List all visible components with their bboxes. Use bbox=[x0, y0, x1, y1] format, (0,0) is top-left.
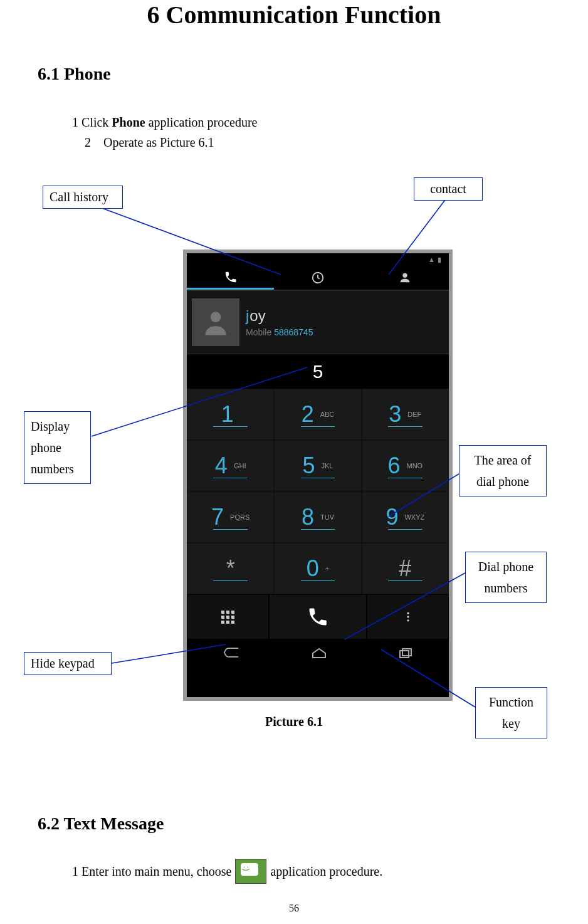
callout-call-history: Call history bbox=[43, 186, 123, 209]
menu-button[interactable] bbox=[367, 594, 449, 639]
key-star[interactable]: * bbox=[187, 543, 274, 594]
step-1: 1 Click Phone application procedure bbox=[72, 112, 550, 132]
avatar bbox=[192, 298, 239, 346]
key-3[interactable]: 3DEF bbox=[362, 389, 449, 440]
key-9[interactable]: 9WXYZ bbox=[362, 491, 449, 543]
tab-contacts[interactable] bbox=[362, 266, 449, 290]
svg-point-9 bbox=[211, 312, 221, 322]
callout-function-key: Function key bbox=[475, 687, 547, 738]
key-2[interactable]: 2ABC bbox=[274, 389, 361, 440]
back-button[interactable] bbox=[223, 646, 239, 663]
contact-number: Mobile 58868745 bbox=[246, 327, 313, 337]
svg-point-10 bbox=[407, 612, 409, 614]
callout-dial-numbers: Dial phone numbers bbox=[465, 552, 547, 603]
bottom-actions bbox=[187, 594, 449, 639]
page-number: 56 bbox=[38, 903, 550, 914]
svg-rect-14 bbox=[402, 649, 411, 656]
signal-icon: ▲ bbox=[428, 256, 435, 263]
step-1-bold: Phone bbox=[112, 115, 145, 129]
key-0[interactable]: 0+ bbox=[274, 543, 361, 594]
callout-area-dial: The area of dial phone bbox=[459, 445, 547, 496]
callout-hide-keypad: Hide keypad bbox=[24, 652, 112, 675]
recent-button[interactable] bbox=[399, 646, 412, 663]
step-2-text: Operate as Picture 6.1 bbox=[103, 135, 214, 149]
contact-number-label: Mobile bbox=[246, 327, 274, 337]
dialed-number-display: 5 bbox=[187, 354, 449, 389]
home-icon bbox=[312, 648, 327, 659]
status-bar: ▲ ▮ bbox=[187, 253, 449, 266]
svg-rect-13 bbox=[400, 651, 409, 658]
key-6[interactable]: 6MNO bbox=[362, 440, 449, 491]
home-button[interactable] bbox=[312, 646, 327, 663]
messaging-app-icon bbox=[235, 859, 266, 884]
contact-icon bbox=[398, 271, 412, 285]
contact-suggestion[interactable]: joy Mobile 58868745 bbox=[187, 291, 449, 354]
back-icon bbox=[223, 646, 239, 659]
page-title: 6 Communication Function bbox=[38, 0, 550, 29]
contact-name: joy bbox=[246, 307, 313, 325]
key-5[interactable]: 5JKL bbox=[274, 440, 361, 491]
figure-caption: Picture 6.1 bbox=[38, 715, 550, 729]
nav-bar bbox=[187, 639, 449, 669]
key-7[interactable]: 7PQRS bbox=[187, 491, 274, 543]
tab-dialer[interactable] bbox=[187, 266, 274, 290]
recent-icon bbox=[399, 648, 412, 659]
tab-call-history[interactable] bbox=[274, 266, 361, 290]
phone-tabs bbox=[187, 266, 449, 291]
contact-name-match: j bbox=[246, 307, 249, 325]
step-1-prefix: 1 Click bbox=[72, 115, 112, 129]
key-hash[interactable]: # bbox=[362, 543, 449, 594]
phone-screenshot: ▲ ▮ bbox=[183, 249, 453, 701]
contact-info: joy Mobile 58868745 bbox=[246, 307, 313, 337]
key-8[interactable]: 8TUV bbox=[274, 491, 361, 543]
battery-icon: ▮ bbox=[438, 256, 441, 264]
section-6-1-heading: 6.1 Phone bbox=[38, 64, 550, 84]
hide-keypad-button[interactable] bbox=[187, 594, 269, 639]
svg-point-8 bbox=[403, 273, 407, 278]
step-1-suffix: application procedure bbox=[145, 115, 258, 129]
keypad-icon bbox=[221, 611, 234, 624]
dialpad: 1 2ABC 3DEF 4GHI 5JKL 6MNO 7PQRS 8TUV 9W… bbox=[187, 389, 449, 594]
phone-icon bbox=[224, 270, 238, 284]
contact-number-value: 58868745 bbox=[274, 327, 313, 337]
phone-icon bbox=[307, 606, 329, 628]
call-button[interactable] bbox=[269, 594, 367, 639]
svg-point-12 bbox=[407, 619, 409, 621]
section-6-2-step-1: 1 Enter into main menu, choose applicati… bbox=[72, 859, 550, 884]
key-1[interactable]: 1 bbox=[187, 389, 274, 440]
contact-name-rest: oy bbox=[249, 307, 265, 325]
step-1-prefix-62: 1 Enter into main menu, choose bbox=[72, 864, 231, 879]
section-6-2-heading: 6.2 Text Message bbox=[38, 814, 550, 834]
figure-area: Call history contact Display phone numbe… bbox=[38, 174, 550, 745]
step-1-suffix-62: application procedure. bbox=[270, 864, 382, 879]
callout-display-numbers: Display phone numbers bbox=[24, 411, 91, 484]
person-icon bbox=[200, 307, 231, 338]
step-2: 2Operate as Picture 6.1 bbox=[85, 132, 550, 152]
svg-point-11 bbox=[407, 616, 409, 617]
callout-contact: contact bbox=[414, 177, 483, 201]
clock-icon bbox=[311, 271, 325, 285]
menu-dots-icon bbox=[402, 611, 414, 623]
key-4[interactable]: 4GHI bbox=[187, 440, 274, 491]
step-2-num: 2 bbox=[85, 135, 91, 149]
